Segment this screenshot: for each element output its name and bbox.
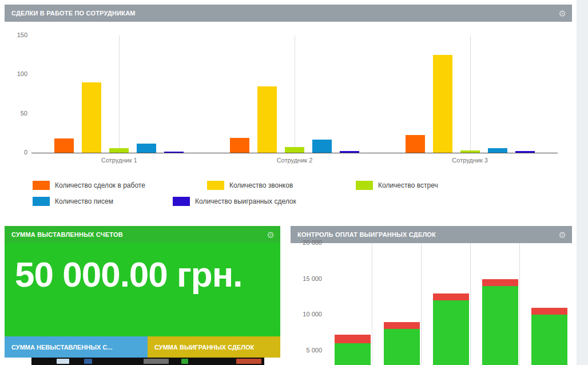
taskbar-app-icon[interactable] bbox=[57, 359, 69, 364]
bar-segment-due bbox=[433, 293, 469, 301]
legend-row: Количество писемКоличество выигранных сд… bbox=[33, 197, 572, 206]
legend-label: Количество встреч bbox=[378, 181, 438, 189]
deals-widget-title: СДЕЛКИ В РАБОТЕ ПО СОТРУДНИКАМ bbox=[11, 10, 136, 17]
payments-chart-plot bbox=[326, 243, 567, 365]
payments-chart: 5 00010 00015 00020 000 bbox=[291, 243, 572, 365]
bar-segment-due bbox=[482, 279, 518, 287]
bar-segment-due bbox=[384, 322, 420, 330]
tab-label: СУММА НЕВЫСТАВЛЕННЫХ С... bbox=[11, 344, 113, 351]
bar bbox=[164, 152, 184, 153]
legend-label: Количество сделок в работе bbox=[55, 181, 145, 189]
deals-chart-plot: Сотрудник 1Сотрудник 2Сотрудник 3 bbox=[31, 35, 558, 153]
legend-swatch bbox=[173, 197, 190, 206]
bar bbox=[340, 151, 359, 153]
bar bbox=[82, 82, 101, 153]
legend-swatch bbox=[33, 181, 50, 190]
y-axis-label: 15 000 bbox=[291, 275, 322, 282]
invoices-widget-title: СУММА ВЫСТАВЛЕННЫХ СЧЕТОВ bbox=[11, 231, 123, 238]
legend-item[interactable]: Количество встреч bbox=[356, 181, 438, 190]
legend-item[interactable]: Количество сделок в работе bbox=[33, 181, 207, 190]
bar-segment-paid bbox=[335, 343, 371, 365]
invoice-amount: 50 000.00 грн. bbox=[5, 243, 280, 292]
bar bbox=[433, 55, 452, 153]
y-axis-label: 10 000 bbox=[291, 311, 322, 318]
deals-chart-legend: Количество сделок в работеКоличество зво… bbox=[5, 181, 572, 206]
legend-label: Количество звонков bbox=[229, 181, 293, 189]
deals-widget: СДЕЛКИ В РАБОТЕ ПО СОТРУДНИКАМ ⚙ Сотрудн… bbox=[5, 5, 572, 215]
gridline bbox=[421, 243, 422, 365]
category-label: Сотрудник 2 bbox=[207, 157, 383, 164]
payments-widget: КОНТРОЛЬ ОПЛАТ ВЫИГРАННЫХ СДЕЛОК ⚙ 5 000… bbox=[291, 226, 572, 365]
legend-label: Количество писем bbox=[55, 197, 113, 205]
legend-item[interactable]: Количество звонков bbox=[207, 181, 356, 190]
bar-segment-paid bbox=[482, 286, 518, 365]
bar bbox=[54, 138, 74, 153]
legend-swatch bbox=[33, 197, 50, 206]
legend-swatch bbox=[207, 181, 224, 190]
bar bbox=[488, 148, 507, 153]
bar bbox=[109, 148, 129, 153]
gear-icon[interactable]: ⚙ bbox=[267, 231, 275, 239]
legend-label: Количество выигранных сделок bbox=[195, 197, 296, 205]
deals-chart: Сотрудник 1Сотрудник 2Сотрудник 3 050100… bbox=[5, 22, 572, 174]
gridline bbox=[372, 243, 372, 365]
legend-item[interactable]: Количество выигранных сделок bbox=[173, 197, 296, 206]
bar-segment-paid bbox=[384, 329, 420, 365]
tab-label: СУММА ВЫИГРАННЫХ СДЕЛОК bbox=[154, 344, 254, 351]
gridline bbox=[519, 243, 520, 365]
bar-segment-paid bbox=[433, 300, 469, 365]
deals-widget-header: СДЕЛКИ В РАБОТЕ ПО СОТРУДНИКАМ ⚙ bbox=[5, 5, 572, 22]
bar bbox=[312, 140, 332, 153]
y-axis-label: 50 bbox=[5, 110, 27, 117]
taskbar-app-icon[interactable] bbox=[181, 359, 188, 364]
gear-icon[interactable]: ⚙ bbox=[559, 9, 566, 18]
scrollbar[interactable] bbox=[577, 0, 588, 365]
legend-row: Количество сделок в работеКоличество зво… bbox=[33, 181, 572, 190]
invoices-widget-body: 50 000.00 грн. bbox=[5, 243, 280, 336]
gridline bbox=[470, 35, 471, 153]
taskbar-app-icon[interactable] bbox=[84, 359, 92, 364]
bar bbox=[406, 135, 425, 153]
tab-unissued-invoices-sum[interactable]: СУММА НЕВЫСТАВЛЕННЫХ С... bbox=[5, 336, 148, 358]
category-label: Сотрудник 3 bbox=[382, 157, 558, 164]
category-label: Сотрудник 1 bbox=[31, 157, 207, 164]
bar-segment-due bbox=[335, 335, 371, 343]
tab-won-deals-sum[interactable]: СУММА ВЫИГРАННЫХ СДЕЛОК bbox=[148, 336, 280, 358]
y-axis-label: 20 000 bbox=[291, 239, 322, 246]
y-axis-label: 5 000 bbox=[291, 347, 322, 354]
gridline bbox=[470, 243, 471, 365]
bar bbox=[515, 151, 535, 153]
gridline bbox=[295, 35, 295, 153]
invoices-widget: СУММА ВЫСТАВЛЕННЫХ СЧЕТОВ ⚙ 50 000.00 гр… bbox=[5, 226, 280, 336]
y-axis-label: 0 bbox=[5, 149, 27, 156]
collapsed-widgets-row: СУММА НЕВЫСТАВЛЕННЫХ С... СУММА ВЫИГРАНН… bbox=[5, 336, 280, 358]
legend-item[interactable]: Количество писем bbox=[33, 197, 173, 206]
bar-segment-due bbox=[531, 308, 567, 315]
gridline bbox=[119, 35, 120, 153]
y-axis-label: 150 bbox=[5, 31, 27, 38]
payments-widget-title: КОНТРОЛЬ ОПЛАТ ВЫИГРАННЫХ СДЕЛОК bbox=[297, 231, 436, 238]
payments-widget-header: КОНТРОЛЬ ОПЛАТ ВЫИГРАННЫХ СДЕЛОК ⚙ bbox=[291, 226, 572, 243]
bar bbox=[137, 144, 156, 153]
gear-icon[interactable]: ⚙ bbox=[559, 231, 566, 239]
y-axis-label: 100 bbox=[5, 70, 27, 77]
bar bbox=[285, 147, 304, 153]
legend-swatch bbox=[356, 181, 373, 190]
invoices-widget-header: СУММА ВЫСТАВЛЕННЫХ СЧЕТОВ ⚙ bbox=[5, 226, 280, 243]
dashboard-page: СДЕЛКИ В РАБОТЕ ПО СОТРУДНИКАМ ⚙ Сотрудн… bbox=[0, 0, 588, 365]
taskbar-app-icon[interactable] bbox=[144, 359, 169, 364]
bar-segment-paid bbox=[531, 315, 567, 365]
taskbar-app-icon[interactable] bbox=[236, 359, 261, 364]
bar bbox=[257, 86, 277, 153]
bar bbox=[460, 150, 480, 153]
taskbar bbox=[31, 358, 264, 365]
bar bbox=[230, 138, 249, 153]
